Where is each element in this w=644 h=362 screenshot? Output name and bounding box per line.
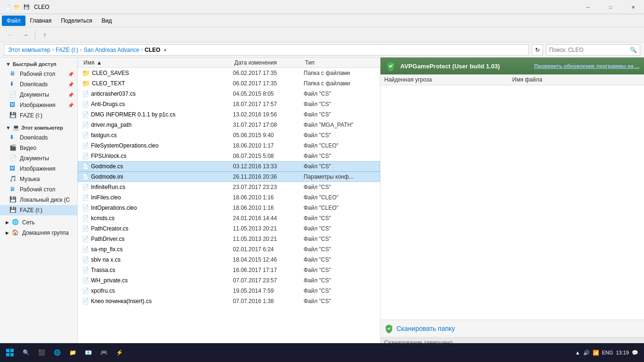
forward-button[interactable]: →: [19, 29, 32, 41]
table-row[interactable]: 📄 fastgun.cs 05.06.2015 9:40 Файл "CS" 2…: [78, 130, 380, 140]
bc-cleo[interactable]: CLEO: [145, 47, 160, 53]
quick-access-header[interactable]: ▼ Быстрый доступ: [0, 59, 77, 69]
table-row[interactable]: 📁 CLEO_TEXT 06.02.2017 17:35 Папка с фай…: [78, 78, 380, 89]
table-row[interactable]: 📄 IntOperations.cleo 18.06.2010 1:16 Фай…: [78, 203, 380, 213]
file-date: 18.04.2015 12:46: [233, 256, 304, 263]
tray-network[interactable]: 📶: [593, 350, 599, 356]
file-date: 18.06.2010 1:16: [233, 194, 304, 201]
app3-button[interactable]: ⚡: [112, 345, 127, 361]
app2-button[interactable]: 🎮: [97, 345, 111, 361]
tray-volume[interactable]: 🔊: [583, 350, 590, 356]
sidebar-item-video[interactable]: 🎬 Видео: [0, 143, 77, 153]
file-type: Файл "CS": [304, 267, 370, 273]
bc-computer[interactable]: Этот компьютер: [8, 47, 50, 53]
sidebar-item-pc-docs[interactable]: 📄 Документы: [0, 153, 77, 164]
file-type: Файл "CS": [304, 288, 370, 294]
close-button[interactable]: ✕: [622, 0, 644, 14]
file-size: 24 КБ: [370, 132, 380, 139]
maximize-button[interactable]: □: [600, 0, 621, 14]
sidebar-item-pc-desktop[interactable]: 🖥 Рабочий стол: [0, 184, 77, 195]
sidebar-item-music[interactable]: 🎵 Музыка: [0, 174, 77, 184]
table-row[interactable]: 📄 PathDriver.cs 11.05.2013 20:21 Файл "C…: [78, 234, 380, 244]
file-date: 18.06.2010 1:16: [233, 205, 304, 211]
bc-faze[interactable]: FAZE (I:): [56, 47, 78, 53]
table-row[interactable]: 📄 anticrasher037.cs 04.05.2015 8:05 Файл…: [78, 89, 380, 99]
table-row[interactable]: 📄 IniFiles.cleo 18.06.2010 1:16 Файл "CL…: [78, 192, 380, 203]
sidebar-pc-desktop-label: Рабочий стол: [20, 186, 55, 193]
toolbar: ← → ↑: [0, 27, 644, 42]
table-row[interactable]: 📄 Клео починка(Insert).cs 07.07.2016 1:3…: [78, 296, 380, 306]
sidebar-item-downloads[interactable]: ⬇ Downloads 📌: [0, 79, 77, 90]
table-row[interactable]: 📄 sbiv na x.cs 18.04.2015 12:46 Файл "CS…: [78, 255, 380, 265]
search-box[interactable]: 🔍: [546, 44, 640, 56]
sidebar-item-docs[interactable]: 📄 Документы 📌: [0, 90, 77, 100]
sidebar-item-local-drive[interactable]: 💾 Локальный диск (C: [0, 195, 77, 205]
file-date: 08.07.2015 5:08: [233, 153, 304, 159]
notification-icon[interactable]: 💬: [632, 350, 638, 356]
col-header-date[interactable]: Дата изменения: [232, 58, 303, 67]
sidebar-item-pc-downloads[interactable]: ⬇ Downloads: [0, 132, 77, 143]
task-view-button[interactable]: ⬛: [34, 345, 49, 361]
file-date: 11.05.2013 20:21: [233, 236, 304, 242]
explorer-button[interactable]: 📁: [66, 345, 80, 361]
avp-update-link[interactable]: Проверить обновление программы на ...: [534, 63, 639, 69]
pin-icon4: 📌: [68, 103, 74, 108]
table-row[interactable]: 📄 WH_private.cs 07.07.2017 23:57 Файл "C…: [78, 275, 380, 286]
menu-view[interactable]: Вид: [97, 16, 116, 26]
this-pc-label: Этот компьютер: [21, 125, 63, 131]
breadcrumb[interactable]: Этот компьютер › FAZE (I:) › San Andreas…: [4, 44, 529, 56]
table-row[interactable]: 📄 PathCreator.cs 11.05.2013 20:21 Файл "…: [78, 223, 380, 234]
table-row[interactable]: 📄 kcmds.cs 24.01.2016 14:44 Файл "CS" 57…: [78, 213, 380, 223]
table-row[interactable]: 📄 driver.mga_path 31.07.2017 17:08 Файл …: [78, 120, 380, 130]
file-date: 24.01.2016 14:44: [233, 215, 304, 222]
table-row[interactable]: 📁 CLEO_SAVES 06.02.2017 17:35 Папка с фа…: [78, 68, 380, 78]
file-name: 📁 CLEO_TEXT: [82, 80, 233, 87]
refresh-button[interactable]: ↻: [532, 44, 543, 56]
table-row[interactable]: 📄 Godmode.cs 03.12.2016 13:33 Файл "CS" …: [78, 161, 380, 172]
sidebar-item-homegroup[interactable]: ▶ 🏠 Домашняя группа: [0, 228, 77, 238]
file-icon: 📄: [82, 90, 89, 97]
pin-icon2: 📌: [68, 82, 74, 87]
table-row[interactable]: 📄 Godmode.ini 26.11.2016 20:36 Параметры…: [78, 172, 380, 182]
col-header-size[interactable]: Размер: [369, 58, 380, 67]
col-header-type[interactable]: Тип: [303, 58, 369, 67]
menu-file[interactable]: Файл: [2, 16, 25, 26]
file-type: Файл "CS": [304, 101, 370, 107]
table-row[interactable]: 📄 Anti-Drugs.cs 18.07.2017 17:57 Файл "C…: [78, 99, 380, 109]
menu-share[interactable]: Поделиться: [56, 16, 97, 26]
table-row[interactable]: 📄 InfiniteRun.cs 23.07.2017 23:23 Файл "…: [78, 182, 380, 192]
table-row[interactable]: 📄 xpcifru.cs 19.05.2014 7:59 Файл "CS" 2…: [78, 286, 380, 296]
sidebar-item-network[interactable]: ▶ 🌐 Сеть: [0, 217, 77, 228]
table-row[interactable]: 📄 DMG INFORMER 0.1.1 by p1c.cs 13.02.201…: [78, 109, 380, 120]
sidebar-item-images[interactable]: 🖼 Изображения 📌: [0, 100, 77, 110]
file-date: 11.05.2013 20:21: [233, 225, 304, 232]
table-row[interactable]: 📄 FPSUnlock.cs 08.07.2015 5:08 Файл "CS"…: [78, 151, 380, 161]
avp-scan-button[interactable]: Сканировать папку: [384, 324, 640, 333]
search-taskbar-button[interactable]: 🔍: [19, 345, 33, 361]
up-button[interactable]: ↑: [38, 29, 51, 41]
minimize-button[interactable]: ─: [577, 0, 599, 14]
file-type: Файл "CS": [304, 256, 370, 263]
table-row[interactable]: 📄 sa-mp_fix.cs 02.01.2017 6:24 Файл "CS"…: [78, 244, 380, 255]
sidebar-item-pc-images[interactable]: 🖼 Изображения: [0, 164, 77, 174]
this-pc-header[interactable]: ▼ 💻 Этот компьютер: [0, 123, 77, 132]
pin-icon3: 📌: [68, 92, 74, 98]
tray-arrow[interactable]: ▲: [575, 350, 580, 355]
sidebar-item-desktop[interactable]: 🖥 Рабочий стол 📌: [0, 69, 77, 79]
main-layout: ▼ Быстрый доступ 🖥 Рабочий стол 📌 ⬇ Down…: [0, 58, 644, 348]
app1-button[interactable]: 📧: [81, 345, 96, 361]
back-button[interactable]: ←: [4, 29, 17, 41]
search-input[interactable]: [549, 47, 628, 53]
start-button[interactable]: [2, 345, 18, 361]
table-row[interactable]: 📄 Trassa.cs 16.06.2017 17:17 Файл "CS" 1…: [78, 265, 380, 275]
bc-san[interactable]: San Andreas Advance: [83, 47, 139, 53]
file-type: Файл "CS": [304, 153, 370, 159]
sidebar-item-faze[interactable]: 💾 FAZE (I:): [0, 205, 77, 215]
col-header-name[interactable]: Имя ▲: [82, 58, 232, 67]
table-row[interactable]: 📄 FileSystemOperations.cleo 18.06.2010 1…: [78, 140, 380, 151]
tray-lang[interactable]: ENG: [602, 350, 613, 355]
sidebar-item-faze-quick[interactable]: 💾 FAZE (I:): [0, 110, 77, 121]
menu-home[interactable]: Главная: [25, 16, 57, 26]
file-name: 📄 IniFiles.cleo: [82, 194, 233, 201]
ie-button[interactable]: 🌐: [50, 345, 65, 361]
